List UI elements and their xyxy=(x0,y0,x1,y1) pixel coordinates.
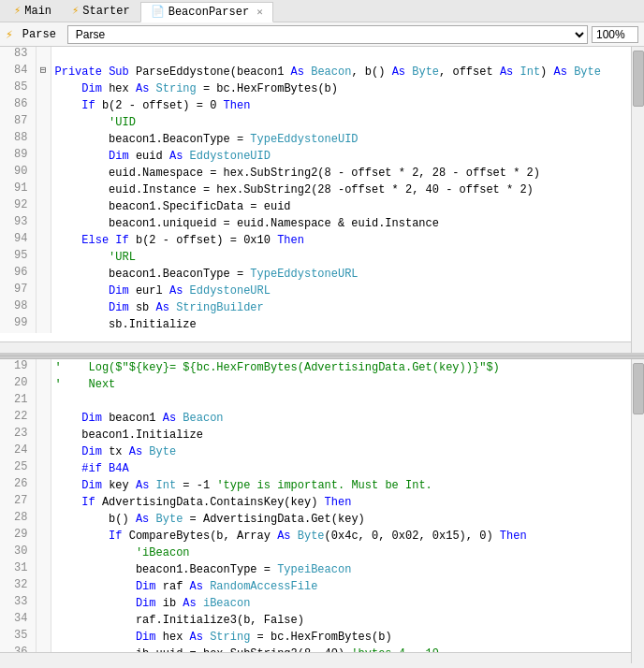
line-code: Dim sb As StringBuilder xyxy=(51,299,644,316)
line-code: Private Sub ParseEddystone(beacon1 As Be… xyxy=(51,64,644,80)
bottom-pane-wrapper: 19 ' Log($"${key}= ${bc.HexFromBytes(Adv… xyxy=(0,359,644,663)
main-tab-icon: ⚡ xyxy=(14,4,21,18)
table-row: 34 raf.Initialize3(b, False) xyxy=(0,612,644,629)
table-row: 32 Dim raf As RandomAccessFile xyxy=(0,578,644,595)
line-number: 98 xyxy=(0,299,36,316)
top-scrollbar-h[interactable] xyxy=(0,341,631,353)
line-number: 25 xyxy=(0,460,36,477)
table-row: 19 ' Log($"${key}= ${bc.HexFromBytes(Adv… xyxy=(0,359,644,376)
line-number: 24 xyxy=(0,443,36,460)
tab-main[interactable]: ⚡ Main xyxy=(4,1,62,22)
table-row: 23 beacon1.Initialize xyxy=(0,427,644,443)
parse-dropdown[interactable]: Parse xyxy=(67,25,588,44)
line-gutter xyxy=(36,148,51,165)
line-code: Dim tx As Byte xyxy=(51,443,644,460)
table-row: 86 If b(2 - offset) = 0 Then xyxy=(0,97,644,114)
line-code: #if B4A xyxy=(51,460,644,477)
line-code: beacon1.uniqueid = euid.Namespace & euid… xyxy=(51,215,644,232)
close-icon[interactable]: ✕ xyxy=(256,6,263,18)
app-container: ⚡ Main ⚡ Starter 📄 BeaconParser ✕ ⚡ Pars… xyxy=(0,0,644,663)
line-gutter xyxy=(36,561,51,578)
beaconparser-tab-label: BeaconParser xyxy=(168,6,249,19)
table-row: 26 Dim key As Int = -1 'type is importan… xyxy=(0,477,644,494)
table-row: 20 ' Next xyxy=(0,376,644,393)
line-gutter xyxy=(36,114,51,131)
line-gutter xyxy=(36,316,51,333)
table-row: 35 Dim hex As String = bc.HexFromBytes(b… xyxy=(0,629,644,646)
line-gutter xyxy=(36,595,51,612)
line-code: 'iBeacon xyxy=(51,545,644,561)
bottom-scrollbar-v[interactable] xyxy=(631,359,644,663)
line-gutter[interactable]: ⊟ xyxy=(36,64,51,80)
line-number: 92 xyxy=(0,198,36,215)
line-number: 84 xyxy=(0,64,36,80)
line-gutter xyxy=(36,528,51,545)
line-gutter xyxy=(36,80,51,97)
line-code: Dim raf As RandomAccessFile xyxy=(51,578,644,595)
line-gutter xyxy=(36,612,51,629)
starter-tab-label: Starter xyxy=(82,5,129,18)
line-number: 95 xyxy=(0,249,36,266)
line-code: Dim hex As String = bc.HexFromBytes(b) xyxy=(51,629,644,646)
line-gutter xyxy=(36,427,51,443)
line-gutter xyxy=(36,443,51,460)
starter-tab-icon: ⚡ xyxy=(72,4,79,18)
line-gutter xyxy=(36,215,51,232)
table-row: 27 If AdvertisingData.ContainsKey(key) T… xyxy=(0,494,644,511)
line-code: If AdvertisingData.ContainsKey(key) Then xyxy=(51,494,644,511)
line-code: sb.Initialize xyxy=(51,316,644,333)
bottom-scroll-area[interactable]: 19 ' Log($"${key}= ${bc.HexFromBytes(Adv… xyxy=(0,359,644,663)
line-number: 91 xyxy=(0,182,36,198)
line-code xyxy=(51,393,644,410)
table-row: 88 beacon1.BeaconType = TypeEddystoneUID xyxy=(0,131,644,148)
line-code: Dim hex As String = bc.HexFromBytes(b) xyxy=(51,80,644,97)
line-code: Dim key As Int = -1 'type is important. … xyxy=(51,477,644,494)
line-number: 27 xyxy=(0,494,36,511)
line-code: Else If b(2 - offset) = 0x10 Then xyxy=(51,232,644,249)
line-number: 90 xyxy=(0,165,36,182)
line-gutter xyxy=(36,131,51,148)
line-number: 33 xyxy=(0,595,36,612)
line-gutter xyxy=(36,376,51,393)
tab-starter[interactable]: ⚡ Starter xyxy=(62,1,140,22)
bottom-scrollbar-thumb[interactable] xyxy=(633,363,644,414)
toolbar-arrow-icon: ⚡ xyxy=(6,27,13,42)
top-code-pane: 83 84 ⊟ Private Sub ParseEddystone(beaco… xyxy=(0,47,644,356)
line-gutter xyxy=(36,578,51,595)
table-row: 93 beacon1.uniqueid = euid.Namespace & e… xyxy=(0,215,644,232)
line-number: 30 xyxy=(0,545,36,561)
table-row: 87 'UID xyxy=(0,114,644,131)
zoom-input[interactable] xyxy=(592,26,638,43)
bottom-code-pane: 19 ' Log($"${key}= ${bc.HexFromBytes(Adv… xyxy=(0,359,644,663)
line-code: ' Next xyxy=(51,376,644,393)
table-row: 29 If CompareBytes(b, Array As Byte(0x4c… xyxy=(0,528,644,545)
bottom-scrollbar-h[interactable] xyxy=(0,652,631,663)
line-code: If b(2 - offset) = 0 Then xyxy=(51,97,644,114)
line-code: Dim beacon1 As Beacon xyxy=(51,410,644,427)
line-code: beacon1.BeaconType = TypeEddystoneUID xyxy=(51,131,644,148)
line-number: 83 xyxy=(0,47,36,64)
table-row: 95 'URL xyxy=(0,249,644,266)
table-row: 22 Dim beacon1 As Beacon xyxy=(0,410,644,427)
top-scroll-area[interactable]: 83 84 ⊟ Private Sub ParseEddystone(beaco… xyxy=(0,47,644,353)
line-code: raf.Initialize3(b, False) xyxy=(51,612,644,629)
line-number: 22 xyxy=(0,410,36,427)
line-number: 35 xyxy=(0,629,36,646)
line-number: 89 xyxy=(0,148,36,165)
tab-bar: ⚡ Main ⚡ Starter 📄 BeaconParser ✕ xyxy=(0,0,644,22)
table-row: 99 sb.Initialize xyxy=(0,316,644,333)
tab-beaconparser[interactable]: 📄 BeaconParser ✕ xyxy=(140,2,273,22)
line-gutter xyxy=(36,511,51,528)
line-gutter xyxy=(36,629,51,646)
line-number: 85 xyxy=(0,80,36,97)
line-code: Dim eurl As EddystoneURL xyxy=(51,283,644,299)
line-code: beacon1.BeaconType = TypeiBeacon xyxy=(51,561,644,578)
top-scrollbar-v[interactable] xyxy=(631,47,644,353)
line-number: 86 xyxy=(0,97,36,114)
line-number: 99 xyxy=(0,316,36,333)
main-tab-label: Main xyxy=(24,5,51,18)
line-code: b() As Byte = AdvertisingData.Get(key) xyxy=(51,511,644,528)
top-scrollbar-thumb[interactable] xyxy=(633,51,644,107)
table-row: 84 ⊟ Private Sub ParseEddystone(beacon1 … xyxy=(0,64,644,80)
line-code: ' Log($"${key}= ${bc.HexFromBytes(Advert… xyxy=(51,359,644,376)
